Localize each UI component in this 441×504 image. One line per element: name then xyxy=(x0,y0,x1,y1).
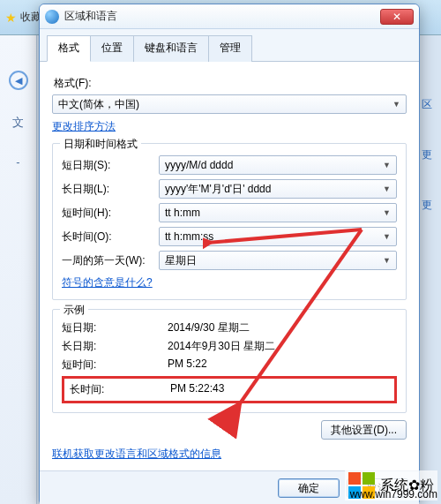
first-day-value: 星期日 xyxy=(165,253,197,268)
chevron-down-icon: ▼ xyxy=(383,161,391,169)
left-toolbar-item[interactable]: 文 xyxy=(12,115,24,131)
long-date-combo[interactable]: yyyy'年'M'月'd'日' dddd ▼ xyxy=(159,179,397,199)
short-date-value: yyyy/M/d dddd xyxy=(165,159,233,171)
long-date-value: yyyy'年'M'月'd'日' dddd xyxy=(165,182,271,197)
close-button[interactable]: ✕ xyxy=(380,9,414,25)
chevron-down-icon: ▼ xyxy=(383,184,391,193)
group-example-title: 示例 xyxy=(60,303,88,318)
long-date-label: 长日期(L): xyxy=(62,182,159,197)
ex-long-date-value: 2014年9月30日 星期二 xyxy=(168,339,397,354)
favorite-star-icon: ★ xyxy=(5,11,17,25)
ex-short-date-label: 短日期: xyxy=(62,320,168,335)
short-date-label: 短日期(S): xyxy=(62,158,159,173)
format-combo[interactable]: 中文(简体，中国) ▼ xyxy=(52,94,407,114)
online-info-link[interactable]: 联机获取更改语言和区域格式的信息 xyxy=(52,447,407,462)
background-page-fragment: 区 更 更 xyxy=(422,53,441,424)
globe-icon xyxy=(45,10,59,24)
bg-frag-1: 区 xyxy=(422,97,441,112)
group-datetime-title: 日期和时间格式 xyxy=(60,137,141,152)
dialog-title: 区域和语言 xyxy=(64,9,380,24)
ex-long-time-value: PM 5:22:43 xyxy=(170,382,224,397)
short-time-label: 短时间(H): xyxy=(62,206,159,221)
dialog-titlebar[interactable]: 区域和语言 ✕ xyxy=(40,4,419,29)
short-time-combo[interactable]: tt h:mm ▼ xyxy=(159,203,397,222)
bg-frag-3: 更 xyxy=(422,198,441,213)
tab-strip: 格式 位置 键盘和语言 管理 xyxy=(40,29,419,62)
format-combo-value: 中文(简体，中国) xyxy=(58,97,139,112)
bg-frag-2: 更 xyxy=(422,147,441,162)
short-time-value: tt h:mm xyxy=(165,207,200,219)
ex-short-time-value: PM 5:22 xyxy=(168,357,397,372)
ok-button[interactable]: 确定 xyxy=(278,478,340,498)
chevron-down-icon: ▼ xyxy=(383,232,391,241)
change-sort-link[interactable]: 更改排序方法 xyxy=(52,119,407,134)
watermark-url: www.win7999.com xyxy=(350,488,437,500)
chevron-down-icon: ▼ xyxy=(383,208,391,217)
long-time-combo[interactable]: tt h:mm:ss ▼ xyxy=(159,227,397,246)
tab-admin[interactable]: 管理 xyxy=(208,35,252,62)
left-toolbar: ◀ 文 - xyxy=(0,35,37,504)
tab-format[interactable]: 格式 xyxy=(47,35,91,62)
first-day-label: 一周的第一天(W): xyxy=(62,253,159,268)
symbol-meaning-link[interactable]: 符号的含意是什么? xyxy=(62,275,397,290)
long-time-value: tt h:mm:ss xyxy=(165,230,213,243)
other-settings-button[interactable]: 其他设置(D)... xyxy=(321,420,407,440)
left-toolbar-dash: - xyxy=(16,155,19,169)
nav-circle-icon[interactable]: ◀ xyxy=(9,71,28,90)
long-time-label: 长时间(O): xyxy=(62,229,159,244)
short-date-combo[interactable]: yyyy/M/d dddd ▼ xyxy=(159,155,397,175)
group-example: 示例 短日期: 2014/9/30 星期二 长日期: 2014年9月30日 星期… xyxy=(52,309,407,413)
group-datetime-format: 日期和时间格式 短日期(S): yyyy/M/d dddd ▼ 长日期(L): … xyxy=(52,143,407,300)
first-day-combo[interactable]: 星期日 ▼ xyxy=(159,251,397,270)
ex-long-time-label: 长时间: xyxy=(70,382,170,397)
region-language-dialog: 区域和语言 ✕ 格式 位置 键盘和语言 管理 格式(F): 中文(简体，中国) … xyxy=(39,4,420,504)
chevron-down-icon: ▼ xyxy=(392,100,400,109)
format-label: 格式(F): xyxy=(54,76,407,91)
ex-long-date-label: 长日期: xyxy=(62,339,168,354)
ex-short-date-value: 2014/9/30 星期二 xyxy=(168,320,397,335)
highlight-long-time: 长时间: PM 5:22:43 xyxy=(62,376,397,403)
ex-short-time-label: 短时间: xyxy=(62,357,168,372)
chevron-down-icon: ▼ xyxy=(383,256,391,265)
tab-location[interactable]: 位置 xyxy=(90,35,134,62)
tab-keyboard[interactable]: 键盘和语言 xyxy=(133,35,209,62)
tab-content-format: 格式(F): 中文(简体，中国) ▼ 更改排序方法 日期和时间格式 短日期(S)… xyxy=(40,62,419,470)
